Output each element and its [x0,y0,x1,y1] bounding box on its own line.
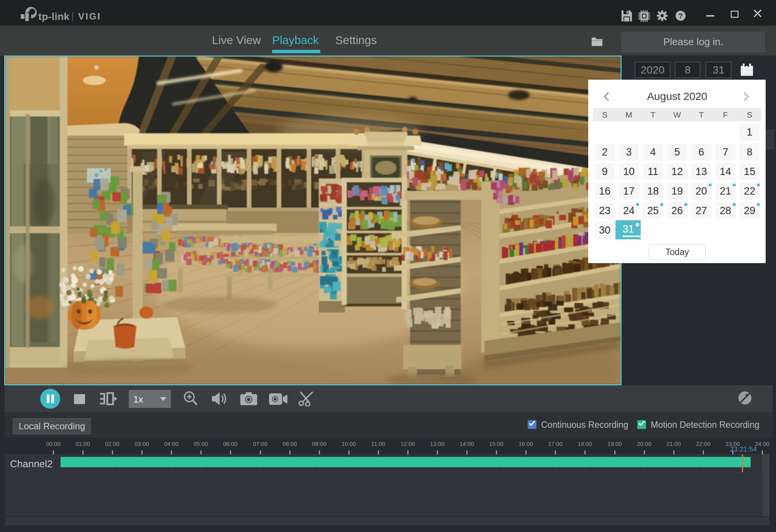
svg-text:?: ? [678,12,683,20]
